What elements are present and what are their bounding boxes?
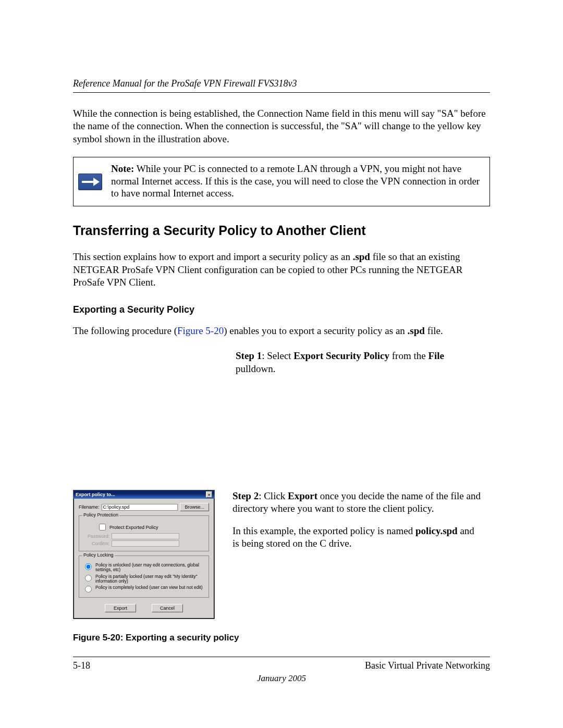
- radio-unlocked[interactable]: [85, 563, 92, 570]
- radio-unlocked-label: Policy is unlocked (user may edit connec…: [95, 563, 205, 573]
- section-paragraph: This section explains how to export and …: [73, 251, 490, 289]
- filename-label: Filename:: [79, 504, 100, 510]
- arrow-right-icon: [78, 174, 102, 190]
- password-row: Password:: [85, 533, 205, 539]
- close-icon[interactable]: ×: [206, 491, 212, 498]
- svg-marker-1: [93, 178, 100, 186]
- header-rule: [73, 92, 490, 93]
- note-label: Note:: [111, 163, 134, 174]
- note-icon-cell: [74, 157, 107, 206]
- protect-exported-checkbox[interactable]: [99, 524, 106, 530]
- running-header: Reference Manual for the ProSafe VPN Fir…: [73, 78, 490, 89]
- document-page: Reference Manual for the ProSafe VPN Fir…: [0, 0, 563, 728]
- chapter-title: Basic Virtual Private Networking: [365, 660, 490, 671]
- radio-complete[interactable]: [85, 586, 92, 593]
- browse-button[interactable]: Browse...: [180, 503, 209, 511]
- step1-row: Step 1: Select Export Security Policy fr…: [73, 350, 490, 375]
- note-body: While your PC is connected to a remote L…: [111, 163, 480, 199]
- radio-partial[interactable]: [85, 575, 92, 582]
- radio-complete-label: Policy is completely locked (user can vi…: [95, 585, 203, 590]
- policy-protection-legend: Policy Protection: [82, 512, 119, 517]
- confirm-label: Confirm:: [85, 541, 109, 546]
- radio-partial-label: Policy is partially locked (user may edi…: [95, 574, 205, 584]
- export-button[interactable]: Export: [105, 604, 136, 612]
- section-heading: Transferring a Security Policy to Anothe…: [73, 223, 490, 238]
- exporting-subheading: Exporting a Security Policy: [73, 304, 490, 315]
- password-label: Password:: [85, 534, 109, 539]
- intro-paragraph: While the connection is being establishe…: [73, 107, 490, 145]
- footer-rule: [73, 657, 490, 657]
- cancel-button[interactable]: Cancel: [152, 604, 183, 612]
- note-text: Note: While your PC is connected to a re…: [107, 157, 489, 206]
- confirm-input: [112, 540, 179, 547]
- exporting-paragraph: The following procedure (Figure 5-20) en…: [73, 325, 490, 337]
- footer-date: January 2005: [73, 673, 490, 684]
- radio-unlocked-row: Policy is unlocked (user may edit connec…: [82, 563, 205, 573]
- policy-protection-group: Policy Protection Protect Exported Polic…: [79, 515, 209, 551]
- page-number: 5-18: [73, 660, 90, 671]
- radio-complete-row: Policy is completely locked (user can vi…: [82, 585, 205, 593]
- figure-caption: Figure 5-20: Exporting a security policy: [73, 633, 490, 643]
- dialog-footer: Export Cancel: [79, 602, 209, 613]
- filename-input[interactable]: [102, 504, 178, 511]
- password-input: [112, 533, 179, 539]
- dialog-title: Export policy to...: [76, 492, 115, 497]
- filename-row: Filename: Browse...: [79, 503, 209, 511]
- dialog-titlebar: Export policy to... ×: [74, 490, 214, 499]
- radio-partial-row: Policy is partially locked (user may edi…: [82, 574, 205, 584]
- protect-exported-label: Protect Exported Policy: [109, 525, 158, 530]
- step1-text: Step 1: Select Export Security Policy fr…: [236, 350, 444, 375]
- figure-row: Export policy to... × Filename: Browse..…: [73, 490, 490, 619]
- export-policy-dialog: Export policy to... × Filename: Browse..…: [73, 490, 215, 619]
- policy-locking-group: Policy Locking Policy is unlocked (user …: [79, 556, 209, 598]
- protect-checkbox-row: Protect Exported Policy: [97, 522, 205, 532]
- step2-text: Step 2: Click Export once you decide the…: [232, 490, 483, 619]
- confirm-row: Confirm:: [85, 540, 205, 547]
- policy-locking-legend: Policy Locking: [82, 552, 115, 558]
- note-box: Note: While your PC is connected to a re…: [73, 157, 490, 206]
- figure-reference-link[interactable]: Figure 5-20: [177, 325, 224, 336]
- page-footer: 5-18 Basic Virtual Private Networking Ja…: [73, 657, 490, 684]
